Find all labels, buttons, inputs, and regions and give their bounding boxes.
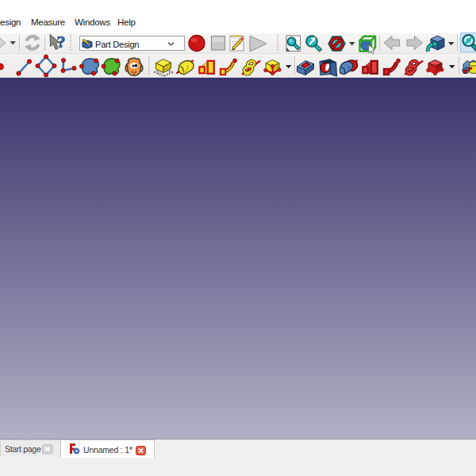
svg-text:?: ? (57, 32, 66, 52)
